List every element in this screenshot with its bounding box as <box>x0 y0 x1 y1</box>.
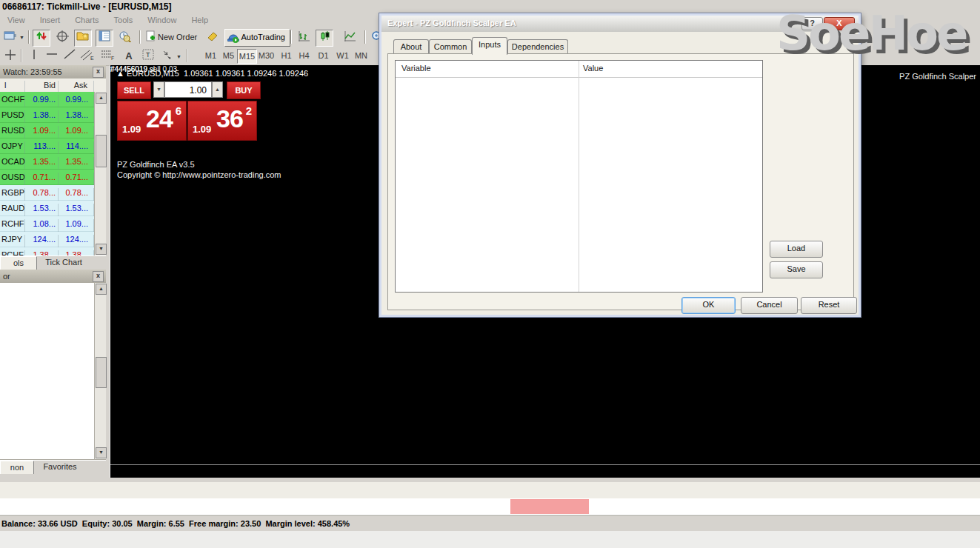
menu-help[interactable]: Help <box>184 13 216 24</box>
market-watch-close-icon[interactable]: x <box>93 67 104 78</box>
menu-insert[interactable]: Insert <box>33 13 68 24</box>
time-axis[interactable] <box>110 464 980 478</box>
market-watch-row-rgbp[interactable]: RGBP0.78...0.78... <box>0 185 106 201</box>
arrows-icon[interactable] <box>159 48 176 65</box>
market-watch-row-rjpy[interactable]: RJPY124....124.... <box>0 232 106 247</box>
bid-value: 1.09... <box>33 126 56 135</box>
vertical-line-icon[interactable] <box>25 48 43 65</box>
text-icon[interactable]: A <box>120 48 138 65</box>
tab-symbols[interactable]: ols <box>0 256 37 270</box>
terminal-panel: Balance: 33.66 USD Equity: 30.05 Margin:… <box>0 478 980 535</box>
market-watch-row-ocad[interactable]: OCAD1.35...1.35... <box>0 154 106 170</box>
profiles-dropdown-icon[interactable]: ▼ <box>19 35 24 40</box>
ask-value: 1.53... <box>65 204 88 213</box>
market-watch-scrollbar[interactable]: ▲ ▼ <box>94 92 106 255</box>
symbol-label: PUSD <box>1 110 24 119</box>
terminal-icon[interactable] <box>96 30 113 47</box>
buy-button[interactable]: BUY <box>227 81 261 99</box>
account-summary-bar: Balance: 33.66 USD Equity: 30.05 Margin:… <box>0 515 980 532</box>
buy-price-base: 1.09 <box>193 124 211 135</box>
candlestick-chart-icon[interactable] <box>316 30 333 47</box>
timeframe-h1[interactable]: H1 <box>277 49 296 62</box>
col-bid[interactable]: Bid <box>44 81 56 90</box>
svg-text:E: E <box>90 56 94 61</box>
market-watch-row-ousd[interactable]: OUSD0.71...0.71... <box>0 170 106 185</box>
navigator-tabs: non Favorites <box>0 460 106 478</box>
timeframe-w1[interactable]: W1 <box>333 49 352 62</box>
navigator-scrollbar[interactable]: ▲ ▼ <box>94 283 106 459</box>
ea-copyright-label: Copyright © http://www.pointzero-trading… <box>117 170 281 179</box>
buy-price-box[interactable]: 1.09 36 2 <box>187 101 257 141</box>
fibonacci-icon[interactable]: F <box>99 48 117 65</box>
ask-value: 124.... <box>65 235 88 244</box>
save-button[interactable]: Save <box>770 261 823 278</box>
arrows-dropdown-icon[interactable]: ▼ <box>176 54 181 59</box>
col-value[interactable]: Value <box>583 64 603 73</box>
navigator-close-icon[interactable]: x <box>93 271 104 282</box>
load-button[interactable]: Load <box>770 241 823 258</box>
timeframe-m30[interactable]: M30 <box>257 49 276 62</box>
crosshair-icon[interactable] <box>1 48 19 65</box>
sell-button[interactable]: SELL <box>117 81 151 99</box>
lots-down-icon[interactable]: ▼ <box>153 81 164 98</box>
navigator-tree <box>0 283 106 460</box>
lot-size-input[interactable]: 1.00 <box>164 81 212 98</box>
lots-up-icon[interactable]: ▲ <box>212 81 223 98</box>
horizontal-line-icon[interactable] <box>43 48 61 65</box>
strategy-tester-icon[interactable] <box>116 30 133 47</box>
timeframe-d1[interactable]: D1 <box>314 49 333 62</box>
tab-tick-chart[interactable]: Tick Chart <box>37 256 90 269</box>
channel-icon[interactable]: E <box>79 48 96 65</box>
sell-price-fraction: 6 <box>176 104 181 117</box>
symbol-label: RGBP <box>1 188 24 197</box>
indicator-remove-icon[interactable] <box>204 30 221 47</box>
timeframe-m1[interactable]: M1 <box>201 49 220 62</box>
terminal-order-row[interactable] <box>0 498 980 515</box>
menu-tools[interactable]: Tools <box>107 13 141 24</box>
line-chart-icon[interactable] <box>341 30 359 47</box>
text-label-icon[interactable]: T <box>139 48 157 65</box>
tab-inputs[interactable]: Inputs <box>472 37 507 55</box>
timeframe-h4[interactable]: H4 <box>295 49 313 62</box>
timeframe-m15[interactable]: M15 <box>237 49 257 64</box>
ok-button[interactable]: OK <box>681 297 736 314</box>
col-ask[interactable]: Ask <box>74 81 87 90</box>
autotrading-button[interactable]: AutoTrading <box>224 29 290 47</box>
trendline-icon[interactable] <box>61 48 79 65</box>
timeframe-m5[interactable]: M5 <box>219 49 238 62</box>
col-variable[interactable]: Variable <box>401 64 431 73</box>
navigator-icon[interactable] <box>74 30 92 47</box>
new-order-button[interactable]: New Order <box>158 33 197 41</box>
ask-value: 1.35... <box>65 157 88 166</box>
cancel-button[interactable]: Cancel <box>741 297 798 314</box>
tab-dependencies[interactable]: Dependencies <box>507 39 568 54</box>
ea-name-label: PZ Goldfinch EA v3.5 <box>117 160 195 169</box>
tab-common[interactable]: non <box>0 461 34 474</box>
market-watch-row-ojpy[interactable]: OJPY113....114.... <box>0 138 106 154</box>
market-watch-row-pchf[interactable]: PCHF1.38...1.38... <box>0 247 106 255</box>
col-symbol[interactable]: l <box>4 81 6 90</box>
tab-about[interactable]: About <box>393 39 429 54</box>
menu-charts[interactable]: Charts <box>67 13 106 24</box>
market-watch-row-raud[interactable]: RAUD1.53...1.53... <box>0 201 106 216</box>
menu-view[interactable]: View <box>0 13 33 24</box>
menu-window[interactable]: Window <box>140 13 184 24</box>
ask-value: 0.78... <box>65 188 88 197</box>
market-watch-row-ochf[interactable]: OCHF0.99...0.99... <box>0 92 106 107</box>
bid-value: 1.38... <box>33 250 56 255</box>
sl-highlight-cell <box>510 499 589 514</box>
reset-button[interactable]: Reset <box>801 297 857 314</box>
sell-price-box[interactable]: 1.09 24 6 <box>117 101 187 141</box>
market-watch-row-rchf[interactable]: RCHF1.08...1.09... <box>0 216 106 232</box>
new-order-icon[interactable] <box>144 30 159 47</box>
tab-favorites[interactable]: Favorites <box>34 461 86 473</box>
market-watch-icon[interactable] <box>33 30 50 47</box>
tab-common[interactable]: Common <box>429 39 472 54</box>
profiles-icon[interactable] <box>1 30 19 47</box>
data-window-icon[interactable] <box>53 30 71 47</box>
timeframe-mn[interactable]: MN <box>352 49 370 62</box>
bar-chart-icon[interactable] <box>295 30 313 47</box>
market-watch-row-rusd[interactable]: RUSD1.09...1.09... <box>0 123 106 138</box>
ask-value: 0.71... <box>65 173 88 181</box>
market-watch-row-pusd[interactable]: PUSD1.38...1.38... <box>0 107 106 123</box>
